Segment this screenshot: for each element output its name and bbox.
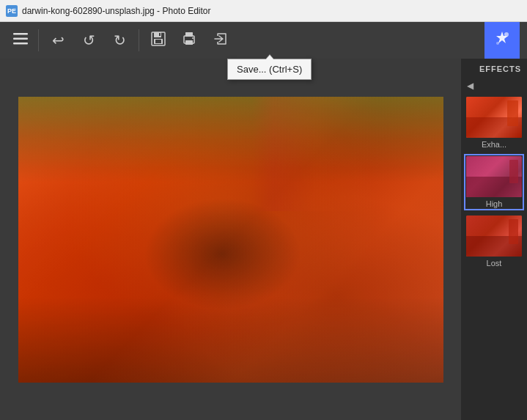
effect-thumb-high: [466, 156, 522, 197]
effect-label-exhaust: Exha...: [482, 140, 506, 149]
effect-label-high: High: [486, 199, 503, 208]
hamburger-button[interactable]: [7, 26, 34, 55]
save-icon: [150, 31, 166, 51]
title-bar: PE darwin-kong-602890-unsplash.jpg - Pho…: [0, 0, 527, 22]
side-panel: EFFECTS ◀ Exha... High: [461, 59, 527, 420]
effect-thumb-exhaust: [466, 97, 522, 138]
effects-icon: [492, 29, 512, 53]
svg-point-14: [504, 32, 509, 37]
svg-point-13: [192, 37, 194, 39]
svg-rect-9: [185, 32, 193, 37]
effects-list: Exha... High Lost: [461, 95, 527, 276]
photo-container: [18, 97, 443, 383]
window-title: darwin-kong-602890-unsplash.jpg - Photo …: [22, 6, 211, 16]
svg-rect-6: [155, 40, 161, 43]
svg-rect-7: [159, 33, 161, 36]
save-tooltip: Save... (Ctrl+S): [227, 59, 312, 80]
svg-rect-0: [13, 33, 28, 35]
svg-rect-1: [13, 37, 28, 40]
main-area: EFFECTS ◀ Exha... High: [0, 59, 527, 420]
svg-rect-10: [185, 40, 193, 45]
save-button[interactable]: [144, 26, 173, 55]
hamburger-icon: [13, 33, 28, 48]
effect-item-lost[interactable]: Lost: [466, 215, 522, 268]
photo-layer-cast: [18, 97, 443, 383]
effect-item-high[interactable]: High: [466, 156, 522, 208]
back-button[interactable]: ↩: [43, 26, 73, 55]
effects-panel-header: EFFECTS: [461, 59, 527, 78]
undo-icon: ↺: [83, 32, 95, 49]
collapse-arrow[interactable]: ◀: [461, 78, 527, 95]
redo-icon: ↻: [114, 32, 126, 49]
effect-label-lost: Lost: [487, 259, 502, 268]
back-icon: ↩: [52, 32, 65, 49]
redo-button[interactable]: ↻: [105, 26, 134, 55]
photo-image: [18, 97, 443, 383]
toolbar-divider-2: [139, 29, 139, 51]
undo-button[interactable]: ↺: [74, 26, 103, 55]
share-icon: [212, 31, 228, 51]
print-button[interactable]: [174, 26, 204, 55]
app-icon: PE: [6, 5, 18, 17]
svg-point-15: [496, 42, 499, 45]
toolbar: ↩ ↺ ↻: [0, 22, 527, 59]
print-icon: [181, 31, 197, 51]
effect-thumb-lost: [466, 215, 522, 257]
effect-item-exhaust[interactable]: Exha...: [466, 97, 522, 149]
effects-button[interactable]: [484, 22, 520, 59]
toolbar-divider-1: [38, 29, 39, 51]
share-button[interactable]: [205, 26, 235, 55]
canvas-area: [0, 59, 461, 420]
svg-rect-2: [13, 43, 28, 45]
